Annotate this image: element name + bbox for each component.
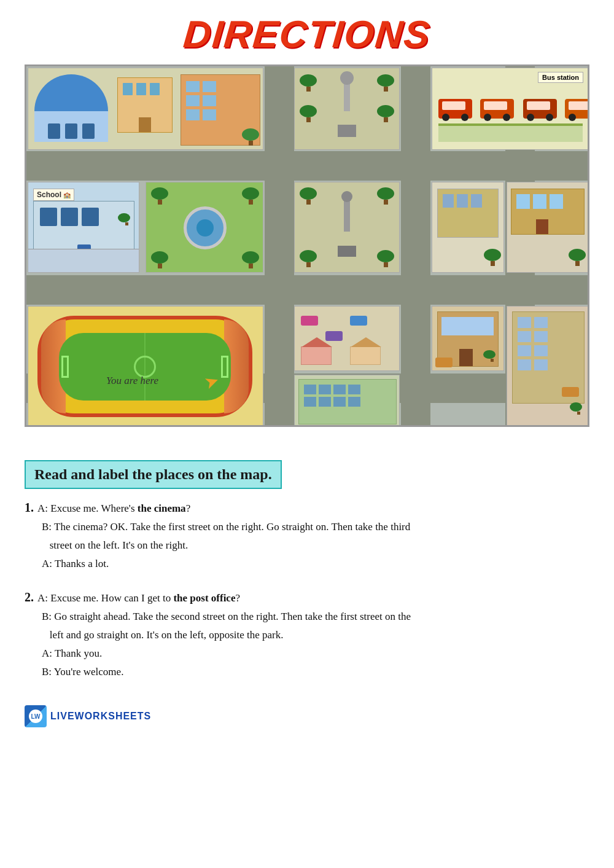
windows xyxy=(443,194,482,208)
road-v2 xyxy=(401,66,430,425)
window xyxy=(333,385,346,394)
monument-area xyxy=(295,182,399,272)
tree xyxy=(242,187,259,205)
bldg-window xyxy=(150,83,160,95)
exercise-2-line3: left and go straight on. It's on the lef… xyxy=(42,627,589,644)
house1 xyxy=(301,346,332,365)
exercise-2-line4: A: Thank you. xyxy=(42,645,589,662)
bus-station-block: Bus station xyxy=(432,68,589,150)
small-bldg xyxy=(117,77,173,133)
exercise-1-number: 1. xyxy=(25,501,34,515)
exercise-2-line5: B: You're welcome. xyxy=(42,663,589,681)
goal-left xyxy=(61,356,69,378)
window xyxy=(534,359,548,370)
pedestal xyxy=(338,246,356,257)
monument-block xyxy=(294,182,400,273)
window xyxy=(518,345,531,356)
tall-bldg xyxy=(512,311,585,404)
window xyxy=(550,194,563,209)
tree xyxy=(118,213,135,230)
dome-window xyxy=(65,123,77,139)
window xyxy=(333,397,346,407)
exercise-1-line2: B: The cinema? OK. Take the first street… xyxy=(42,518,589,536)
block-botcenter1 xyxy=(294,306,400,371)
tree xyxy=(300,250,317,267)
stadium-outer xyxy=(37,316,252,417)
field xyxy=(59,333,231,401)
bus-window xyxy=(442,101,465,110)
tree xyxy=(377,250,394,267)
exercise-1-line3: street on the left. It's on the right. xyxy=(42,537,589,554)
exercise-1: 1. A: Excuse me. Where's the cinema? B: … xyxy=(25,500,589,573)
bldg-window xyxy=(186,109,200,120)
door xyxy=(459,349,473,366)
car5 xyxy=(562,387,579,397)
window xyxy=(534,317,548,328)
window xyxy=(534,345,548,356)
window xyxy=(319,385,331,394)
section-label: Read and label the places on the map. xyxy=(25,445,589,500)
bldg-windows-grid xyxy=(186,81,216,120)
window xyxy=(518,331,531,342)
bldg-window xyxy=(186,95,200,106)
park-area xyxy=(146,182,263,273)
bus3 xyxy=(523,99,557,119)
window xyxy=(319,397,331,407)
tree xyxy=(570,402,587,420)
road-h2 xyxy=(26,275,588,305)
car4 xyxy=(435,358,453,367)
you-are-here-label: You are here xyxy=(106,375,158,387)
bus-wheel xyxy=(546,114,553,121)
fountain-center xyxy=(196,219,214,237)
window xyxy=(533,194,546,209)
windows-grid xyxy=(304,385,360,407)
dome-top xyxy=(34,74,108,111)
tree xyxy=(151,187,168,205)
block-botright2 xyxy=(507,306,589,426)
store-door xyxy=(536,219,548,234)
school-window xyxy=(61,208,78,226)
exercise-2-number: 2. xyxy=(25,590,34,604)
car3 xyxy=(350,316,367,326)
bus1 xyxy=(438,99,472,119)
bus-wheel xyxy=(527,114,534,121)
store-windows xyxy=(516,194,563,209)
window xyxy=(304,397,316,407)
school-block: School 🏫 xyxy=(28,182,139,273)
school-window xyxy=(82,208,99,226)
tree xyxy=(300,105,317,122)
exercise-2-header: 2. A: Excuse me. How can I get to the po… xyxy=(25,590,589,608)
block-botright1 xyxy=(432,306,504,371)
window xyxy=(457,194,468,208)
tree xyxy=(242,251,259,268)
tree xyxy=(484,249,501,266)
bldg-door xyxy=(139,117,151,132)
tree xyxy=(377,105,394,122)
window xyxy=(518,359,531,370)
roof xyxy=(301,337,332,347)
bldg-window xyxy=(136,83,146,95)
park-block xyxy=(146,182,263,273)
block-midright1 xyxy=(432,182,504,273)
dome-window xyxy=(48,123,60,139)
statue-area xyxy=(295,68,399,149)
footer: LW LIVEWORKSHEETS xyxy=(25,705,589,727)
window xyxy=(471,194,482,208)
window xyxy=(348,397,360,407)
windows xyxy=(518,317,548,370)
store-front xyxy=(441,317,494,335)
statue-top xyxy=(341,191,352,202)
tree xyxy=(151,251,168,268)
tree xyxy=(377,74,394,92)
stadium-block xyxy=(28,306,263,426)
bldg-window xyxy=(123,83,133,95)
bus-shelter xyxy=(438,123,583,142)
block-topleft xyxy=(28,68,263,150)
bldg-mid-r1 xyxy=(437,189,499,238)
window xyxy=(304,385,316,394)
bus-window xyxy=(527,101,550,110)
tree xyxy=(300,74,317,92)
apt-building xyxy=(298,379,397,424)
bus-wheel xyxy=(569,114,576,121)
bus-wheel xyxy=(588,114,589,121)
